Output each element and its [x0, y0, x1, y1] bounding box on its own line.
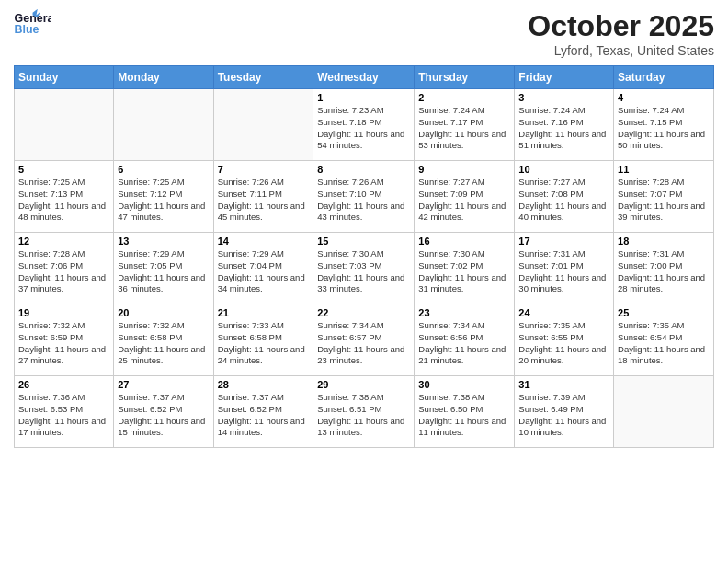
day-info: Sunrise: 7:37 AM Sunset: 6:52 PM Dayligh… [218, 392, 310, 439]
day-number: 6 [118, 164, 209, 175]
day-info: Sunrise: 7:29 AM Sunset: 7:05 PM Dayligh… [118, 248, 209, 295]
day-number: 14 [218, 236, 310, 247]
day-info: Sunrise: 7:34 AM Sunset: 6:56 PM Dayligh… [418, 320, 510, 367]
day-info: Sunrise: 7:29 AM Sunset: 7:04 PM Dayligh… [218, 248, 310, 295]
day-info: Sunrise: 7:32 AM Sunset: 6:58 PM Dayligh… [118, 320, 209, 367]
table-row: 4Sunrise: 7:24 AM Sunset: 7:15 PM Daylig… [614, 89, 714, 161]
day-number: 31 [518, 379, 609, 390]
table-row: 8Sunrise: 7:26 AM Sunset: 7:10 PM Daylig… [313, 161, 415, 233]
day-number: 12 [18, 236, 109, 247]
table-row: 23Sunrise: 7:34 AM Sunset: 6:56 PM Dayli… [415, 304, 515, 376]
logo-icon: General Blue [14, 9, 51, 41]
location: Lyford, Texas, United States [528, 43, 714, 58]
day-number: 2 [418, 92, 510, 103]
day-info: Sunrise: 7:34 AM Sunset: 6:57 PM Dayligh… [317, 320, 410, 367]
table-row: 18Sunrise: 7:31 AM Sunset: 7:00 PM Dayli… [614, 233, 714, 304]
header: General Blue October 2025 Lyford, Texas,… [14, 9, 714, 58]
day-number: 24 [518, 307, 609, 318]
svg-text:Blue: Blue [15, 23, 40, 36]
day-number: 21 [218, 307, 310, 318]
day-number: 27 [118, 379, 209, 390]
day-number: 13 [118, 236, 209, 247]
table-row: 11Sunrise: 7:28 AM Sunset: 7:07 PM Dayli… [614, 161, 714, 233]
day-number: 15 [317, 236, 410, 247]
day-number: 22 [317, 307, 410, 318]
day-info: Sunrise: 7:28 AM Sunset: 7:06 PM Dayligh… [18, 248, 109, 295]
day-info: Sunrise: 7:32 AM Sunset: 6:59 PM Dayligh… [18, 320, 109, 367]
day-number: 3 [518, 92, 609, 103]
day-info: Sunrise: 7:31 AM Sunset: 7:00 PM Dayligh… [618, 248, 710, 295]
day-info: Sunrise: 7:30 AM Sunset: 7:03 PM Dayligh… [317, 248, 410, 295]
day-info: Sunrise: 7:39 AM Sunset: 6:49 PM Dayligh… [518, 392, 609, 439]
day-number: 4 [618, 92, 710, 103]
day-number: 19 [18, 307, 109, 318]
table-row: 9Sunrise: 7:27 AM Sunset: 7:09 PM Daylig… [415, 161, 515, 233]
day-info: Sunrise: 7:35 AM Sunset: 6:54 PM Dayligh… [618, 320, 710, 367]
table-row: 2Sunrise: 7:24 AM Sunset: 7:17 PM Daylig… [415, 89, 515, 161]
day-info: Sunrise: 7:33 AM Sunset: 6:58 PM Dayligh… [218, 320, 310, 367]
day-number: 10 [518, 164, 609, 175]
day-number: 18 [618, 236, 710, 247]
table-row: 20Sunrise: 7:32 AM Sunset: 6:58 PM Dayli… [114, 304, 213, 376]
header-monday: Monday [114, 66, 213, 89]
day-info: Sunrise: 7:38 AM Sunset: 6:51 PM Dayligh… [317, 392, 410, 439]
table-row: 14Sunrise: 7:29 AM Sunset: 7:04 PM Dayli… [213, 233, 313, 304]
table-row [15, 89, 114, 161]
page: General Blue October 2025 Lyford, Texas,… [0, 0, 728, 563]
calendar-week-row: 5Sunrise: 7:25 AM Sunset: 7:13 PM Daylig… [15, 161, 714, 233]
day-info: Sunrise: 7:26 AM Sunset: 7:11 PM Dayligh… [218, 177, 310, 224]
table-row: 1Sunrise: 7:23 AM Sunset: 7:18 PM Daylig… [313, 89, 415, 161]
table-row: 26Sunrise: 7:36 AM Sunset: 6:53 PM Dayli… [15, 376, 114, 448]
day-number: 16 [418, 236, 510, 247]
table-row: 29Sunrise: 7:38 AM Sunset: 6:51 PM Dayli… [313, 376, 415, 448]
table-row: 13Sunrise: 7:29 AM Sunset: 7:05 PM Dayli… [114, 233, 213, 304]
day-info: Sunrise: 7:24 AM Sunset: 7:15 PM Dayligh… [618, 105, 710, 152]
table-row: 31Sunrise: 7:39 AM Sunset: 6:49 PM Dayli… [515, 376, 614, 448]
table-row [114, 89, 213, 161]
table-row: 24Sunrise: 7:35 AM Sunset: 6:55 PM Dayli… [515, 304, 614, 376]
header-sunday: Sunday [15, 66, 114, 89]
logo: General Blue [14, 9, 54, 41]
header-friday: Friday [515, 66, 614, 89]
table-row: 10Sunrise: 7:27 AM Sunset: 7:08 PM Dayli… [515, 161, 614, 233]
day-number: 26 [18, 379, 109, 390]
day-info: Sunrise: 7:25 AM Sunset: 7:13 PM Dayligh… [18, 177, 109, 224]
table-row: 22Sunrise: 7:34 AM Sunset: 6:57 PM Dayli… [313, 304, 415, 376]
day-info: Sunrise: 7:36 AM Sunset: 6:53 PM Dayligh… [18, 392, 109, 439]
day-number: 5 [18, 164, 109, 175]
table-row: 27Sunrise: 7:37 AM Sunset: 6:52 PM Dayli… [114, 376, 213, 448]
day-number: 20 [118, 307, 209, 318]
table-row [614, 376, 714, 448]
title-block: October 2025 Lyford, Texas, United State… [528, 9, 714, 58]
table-row: 12Sunrise: 7:28 AM Sunset: 7:06 PM Dayli… [15, 233, 114, 304]
day-number: 29 [317, 379, 410, 390]
day-number: 1 [317, 92, 410, 103]
table-row: 3Sunrise: 7:24 AM Sunset: 7:16 PM Daylig… [515, 89, 614, 161]
table-row: 30Sunrise: 7:38 AM Sunset: 6:50 PM Dayli… [415, 376, 515, 448]
header-saturday: Saturday [614, 66, 714, 89]
table-row: 28Sunrise: 7:37 AM Sunset: 6:52 PM Dayli… [213, 376, 313, 448]
header-tuesday: Tuesday [213, 66, 313, 89]
day-number: 8 [317, 164, 410, 175]
day-info: Sunrise: 7:25 AM Sunset: 7:12 PM Dayligh… [118, 177, 209, 224]
table-row: 16Sunrise: 7:30 AM Sunset: 7:02 PM Dayli… [415, 233, 515, 304]
calendar-week-row: 26Sunrise: 7:36 AM Sunset: 6:53 PM Dayli… [15, 376, 714, 448]
day-number: 30 [418, 379, 510, 390]
calendar-header-row: Sunday Monday Tuesday Wednesday Thursday… [15, 66, 714, 89]
day-info: Sunrise: 7:38 AM Sunset: 6:50 PM Dayligh… [418, 392, 510, 439]
day-number: 25 [618, 307, 710, 318]
table-row: 5Sunrise: 7:25 AM Sunset: 7:13 PM Daylig… [15, 161, 114, 233]
day-info: Sunrise: 7:24 AM Sunset: 7:17 PM Dayligh… [418, 105, 510, 152]
month-title: October 2025 [528, 9, 714, 43]
day-number: 9 [418, 164, 510, 175]
day-info: Sunrise: 7:28 AM Sunset: 7:07 PM Dayligh… [618, 177, 710, 224]
day-info: Sunrise: 7:30 AM Sunset: 7:02 PM Dayligh… [418, 248, 510, 295]
table-row: 17Sunrise: 7:31 AM Sunset: 7:01 PM Dayli… [515, 233, 614, 304]
day-info: Sunrise: 7:37 AM Sunset: 6:52 PM Dayligh… [118, 392, 209, 439]
day-info: Sunrise: 7:26 AM Sunset: 7:10 PM Dayligh… [317, 177, 410, 224]
day-number: 17 [518, 236, 609, 247]
table-row: 15Sunrise: 7:30 AM Sunset: 7:03 PM Dayli… [313, 233, 415, 304]
day-info: Sunrise: 7:31 AM Sunset: 7:01 PM Dayligh… [518, 248, 609, 295]
table-row: 25Sunrise: 7:35 AM Sunset: 6:54 PM Dayli… [614, 304, 714, 376]
table-row: 21Sunrise: 7:33 AM Sunset: 6:58 PM Dayli… [213, 304, 313, 376]
